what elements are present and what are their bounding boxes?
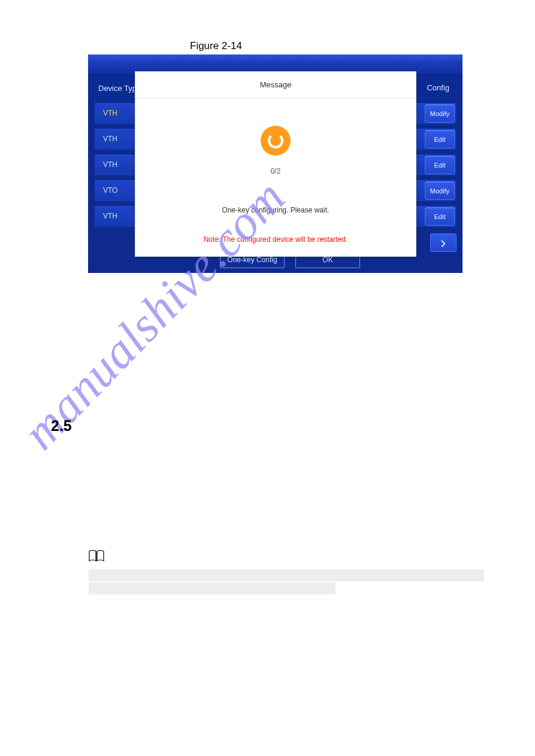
edit-button[interactable]: Edit — [425, 130, 455, 148]
section-number: 2.5 — [51, 417, 72, 435]
message-dialog: Message 0/2 One-key configuring. Please … — [135, 71, 416, 257]
column-header-config: Config — [427, 83, 449, 92]
next-page-button[interactable] — [430, 233, 457, 252]
edit-button[interactable]: Edit — [425, 207, 455, 226]
restart-note: Note: The configured device will be rest… — [135, 235, 416, 244]
device-type-label: VTH — [103, 135, 117, 143]
modify-button[interactable]: Modify — [425, 181, 455, 200]
divider — [135, 98, 416, 99]
wait-message: One-key configuring. Please wait. — [135, 206, 416, 214]
edit-button[interactable]: Edit — [425, 156, 455, 174]
redacted-text-line — [89, 582, 335, 594]
device-type-label: VTH — [103, 212, 117, 220]
device-config-panel: Device Type Config VTH Modify VTH Edit V… — [88, 54, 463, 273]
spinner-ring-icon — [268, 133, 283, 148]
device-type-label: VTO — [103, 186, 117, 195]
device-type-label: VTH — [103, 109, 117, 117]
chevron-right-icon — [439, 239, 448, 248]
modify-button[interactable]: Modify — [425, 104, 455, 123]
loading-spinner-icon — [261, 126, 291, 156]
figure-caption: Figure 2-14 — [190, 40, 242, 52]
book-icon — [89, 550, 104, 562]
dialog-title: Message — [135, 80, 416, 89]
device-type-label: VTH — [103, 160, 117, 169]
redacted-text-line — [89, 569, 484, 581]
progress-counter: 0/2 — [135, 167, 416, 175]
